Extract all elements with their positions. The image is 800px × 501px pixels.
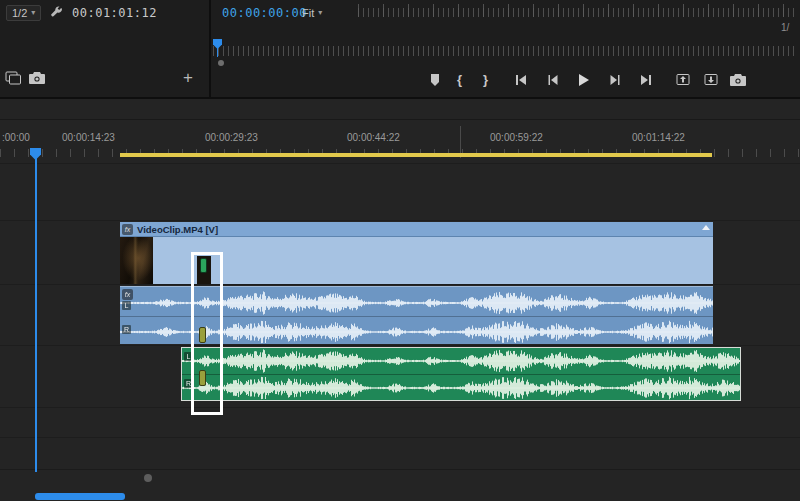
extract-icon[interactable] <box>704 73 718 86</box>
program-playhead-line <box>217 48 218 57</box>
mark-out-button[interactable]: } <box>483 72 488 87</box>
step-forward-icon[interactable] <box>610 75 620 85</box>
monitor-panels-bar: 1/2 ▾ 00:01:01:12 + 00:00:00:00 Fit ▾ 1/ <box>0 0 800 99</box>
ruler-label: 00:00:59:22 <box>490 132 543 143</box>
track-separator <box>0 284 800 285</box>
settings-wrench-icon[interactable] <box>50 6 63 19</box>
fx-badge-icon: fx <box>122 289 133 300</box>
ruler-label: :00:00 <box>2 132 30 143</box>
track-separator <box>0 345 800 346</box>
channel-right-label: R <box>122 325 131 334</box>
timeline-top-divider <box>0 119 800 120</box>
play-icon[interactable] <box>578 74 589 86</box>
source-resolution-dropdown[interactable]: 1/2 ▾ <box>6 5 41 21</box>
program-corner-label: 1/ <box>781 22 789 33</box>
clip-corner-icon <box>702 225 710 230</box>
timeline-playhead-line <box>35 158 37 472</box>
program-top-ruler-major <box>358 4 794 17</box>
program-timecode[interactable]: 00:00:00:00 <box>222 6 307 20</box>
premiere-timeline-screen: 1/2 ▾ 00:01:01:12 + 00:00:00:00 Fit ▾ 1/ <box>0 0 800 501</box>
timeline-zoom-scrollbar[interactable] <box>35 493 125 500</box>
track-separator <box>0 469 800 470</box>
chevron-down-icon: ▾ <box>31 9 35 17</box>
go-to-out-icon[interactable] <box>640 75 652 85</box>
film-frame-icon[interactable] <box>5 71 22 85</box>
track-separator <box>0 407 800 408</box>
chevron-down-icon: ▾ <box>318 9 322 17</box>
button-editor-plus-button[interactable]: + <box>183 69 193 86</box>
video-clip-header[interactable]: fx VideoClip.MP4 [V] <box>120 222 713 237</box>
lift-icon[interactable] <box>676 73 690 86</box>
track-separator <box>0 437 800 438</box>
ruler-label: 00:00:29:23 <box>205 132 258 143</box>
program-time-ruler[interactable] <box>213 46 797 56</box>
zoom-fit-dropdown[interactable]: Fit ▾ <box>302 7 322 19</box>
sync-highlight-box <box>191 252 223 415</box>
export-frame-camera-icon[interactable] <box>29 72 45 84</box>
mark-in-button[interactable]: { <box>457 72 462 87</box>
video-thumbnail <box>120 237 153 284</box>
track-separator <box>0 220 800 221</box>
zoom-fit-value: Fit <box>302 7 314 19</box>
step-back-icon[interactable] <box>548 75 558 85</box>
fx-badge-icon: fx <box>122 224 133 235</box>
add-marker-icon[interactable] <box>430 74 440 86</box>
track-separator <box>0 163 800 164</box>
ruler-label: 00:00:14:23 <box>62 132 115 143</box>
panel-divider <box>209 0 211 97</box>
channel-left-label: L <box>122 301 131 310</box>
source-timecode[interactable]: 00:01:01:12 <box>72 6 157 20</box>
export-frame-camera-icon[interactable] <box>730 74 746 86</box>
video-clip-label: VideoClip.MP4 [V] <box>137 224 218 235</box>
source-resolution-value: 1/2 <box>12 7 27 19</box>
ruler-label: 00:01:14:22 <box>632 132 685 143</box>
ruler-label: 00:00:44:22 <box>347 132 400 143</box>
timeline-scrollbar-handle[interactable] <box>144 474 152 482</box>
render-bar-yellow <box>120 153 712 157</box>
program-scrollbar-handle[interactable] <box>218 60 224 66</box>
channel-separator <box>182 374 740 375</box>
go-to-in-icon[interactable] <box>515 75 527 85</box>
audio-clip-green[interactable]: L R <box>181 347 741 401</box>
